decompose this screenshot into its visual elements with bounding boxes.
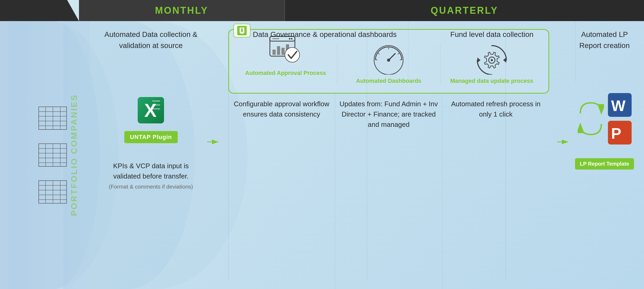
lp-report-badge: LP Report Template — [575, 158, 634, 170]
powerpoint-icon: P — [608, 121, 632, 144]
svg-point-52 — [387, 59, 390, 62]
svg-rect-40 — [277, 46, 280, 55]
managed-data-col: Managed data update process — [443, 43, 541, 85]
central-box: Automated Approval Process — [228, 29, 549, 94]
quarterly-label: QUARTERLY — [431, 5, 498, 16]
excel-icon: X — [135, 94, 167, 126]
untap-badge: UNTAP Plugin — [124, 131, 178, 143]
col1-bottom: KPIs & VCP data input is validated befor… — [95, 156, 207, 289]
svg-rect-39 — [273, 50, 276, 55]
svg-point-43 — [285, 47, 300, 62]
sidebar-label: PORTFOLIO COMPANIES — [69, 94, 79, 216]
svg-rect-41 — [281, 48, 285, 55]
arrow-from-box — [557, 0, 570, 289]
approval-process-icon — [269, 35, 303, 67]
svg-text:X: X — [144, 100, 157, 121]
central-box-wrapper: Automated Approval Process — [220, 21, 557, 289]
col2-top-empty — [283, 0, 288, 35]
output-area: Automated LP Report creation — [570, 21, 639, 289]
col1-top-label: Automated Data collection & validation a… — [95, 21, 207, 82]
svg-marker-54 — [477, 57, 480, 63]
svg-marker-53 — [503, 57, 506, 63]
col4-top-label: Automated LP Report creation — [570, 21, 639, 82]
svg-point-37 — [289, 38, 290, 40]
content-area: PORTFOLIO COMPANIES Automated Data colle… — [0, 21, 644, 289]
bottom-labels-central: Configurable approval workflow ensures d… — [220, 94, 557, 289]
dashboards-label: Automated Dashboards — [356, 77, 421, 85]
col4-bottom: Automated refresh process in only 1 clic… — [442, 94, 549, 289]
col3-bottom: Updates from: Fund Admin + Inv Director … — [335, 94, 442, 289]
svg-rect-0 — [39, 107, 67, 129]
col-automated-data: Automated Data collection & validation a… — [95, 21, 207, 289]
excel-icon-wrapper: X — [135, 94, 167, 127]
dashboards-col: Automated Dashboards — [340, 43, 438, 85]
svg-text:W: W — [611, 97, 626, 114]
managed-data-label: Managed data update process — [450, 77, 533, 85]
svg-rect-32 — [237, 26, 247, 35]
main-container: MONTHLY QUARTERLY — [0, 0, 644, 289]
col2-bottom: Configurable approval workflow ensures d… — [228, 94, 335, 289]
central-box-logo — [234, 24, 250, 37]
svg-point-38 — [291, 38, 293, 40]
arrow-to-box — [207, 0, 220, 289]
excel-plugin-area: X UNTAP Plugin — [124, 82, 178, 156]
untap-logo-icon — [237, 26, 247, 35]
output-middle: W P — [578, 82, 632, 156]
grid-icon-2 — [38, 143, 67, 167]
managed-data-icon — [475, 43, 509, 75]
svg-text:P: P — [611, 125, 621, 142]
approval-process-col: Automated Approval Process — [237, 43, 335, 85]
svg-rect-16 — [39, 181, 67, 203]
app-icons: W P — [608, 93, 632, 144]
grid-icon-3 — [38, 180, 67, 204]
header-bar: MONTHLY QUARTERLY — [0, 0, 644, 21]
word-icon: W — [608, 93, 632, 117]
grid-icon-1 — [38, 106, 67, 130]
sidebar: PORTFOLIO COMPANIES — [0, 21, 90, 289]
dashboards-icon — [371, 43, 406, 75]
refresh-arrows-icon — [578, 100, 604, 137]
monthly-label: MONTHLY — [155, 5, 209, 16]
approval-label: Automated Approval Process — [245, 69, 326, 77]
svg-rect-8 — [39, 144, 67, 166]
svg-point-56 — [491, 59, 493, 61]
